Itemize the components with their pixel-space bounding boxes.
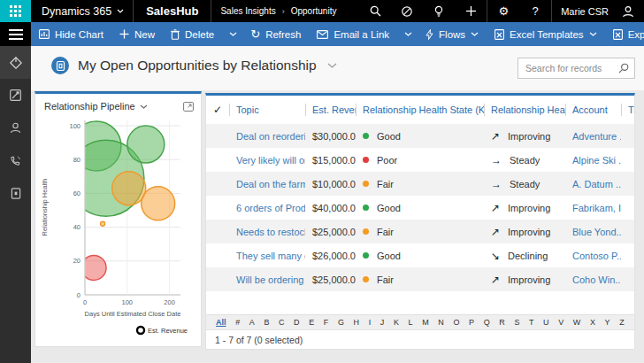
bubble-good[interactable] <box>127 126 165 163</box>
delete-button[interactable]: Delete <box>163 22 222 46</box>
user-avatar-icon[interactable] <box>612 0 644 22</box>
jump-letter-w[interactable]: W <box>572 318 582 327</box>
expand-chart-icon[interactable] <box>183 102 194 112</box>
view-selector-chevron-icon[interactable] <box>327 63 337 68</box>
jump-letter-all[interactable]: All <box>215 318 227 327</box>
jump-letter-p[interactable]: P <box>468 318 475 327</box>
jump-letter-x[interactable]: X <box>589 318 596 327</box>
table-row[interactable]: Needs to restock t...$25,000.00Fair↗Impr… <box>206 220 634 243</box>
jump-letter-e[interactable]: E <box>308 318 315 327</box>
refresh-button[interactable]: ↻ Refresh <box>242 22 309 46</box>
topic-link[interactable]: Deal on the farm h... <box>229 179 305 189</box>
flows-button[interactable]: Flows <box>418 22 487 46</box>
account-link[interactable]: Blue Yond... <box>565 227 621 237</box>
jump-letter-b[interactable]: B <box>263 318 270 327</box>
breadcrumb-area[interactable]: Sales Insights <box>220 6 275 16</box>
account-link[interactable]: Adventure ... <box>565 131 621 142</box>
jump-letter-c[interactable]: C <box>278 318 286 327</box>
export-to-excel-button[interactable]: Export to Excel <box>605 22 644 46</box>
bubble-fair[interactable] <box>142 187 175 220</box>
jump-letter-z[interactable]: Z <box>618 318 625 327</box>
new-button[interactable]: New <box>111 22 163 46</box>
bubble-fair[interactable] <box>101 221 105 226</box>
bubble-fair[interactable] <box>112 172 146 205</box>
jump-letter-i[interactable]: I <box>368 318 372 327</box>
help-icon[interactable]: ? <box>519 0 551 22</box>
jump-letter-r[interactable]: R <box>498 318 506 327</box>
email-flyout-chevron[interactable] <box>399 22 418 46</box>
excel-templates-button[interactable]: Excel Templates <box>487 22 605 46</box>
hide-chart-button[interactable]: Hide Chart <box>31 22 111 46</box>
jump-letter-u[interactable]: U <box>542 318 550 327</box>
email-a-link-button[interactable]: Email a Link <box>309 22 397 46</box>
relationship-pipeline-chart[interactable]: 0204060801000100200Relationship HealthDa… <box>35 115 201 344</box>
table-row[interactable]: Deal on the farm h...$10,000.00Fair→Stea… <box>206 172 634 196</box>
jump-letter-f[interactable]: F <box>323 318 330 327</box>
delete-flyout-chevron[interactable] <box>224 22 242 46</box>
jump-letter-t[interactable]: T <box>528 318 535 327</box>
account-link[interactable]: Coho Win... <box>565 274 621 285</box>
jump-letter-k[interactable]: K <box>393 318 400 327</box>
breadcrumb-entity[interactable]: Opportunity <box>291 6 337 16</box>
app-launcher-button[interactable] <box>0 0 31 22</box>
column-header-topic[interactable]: Topic <box>229 96 305 124</box>
jump-letter-d[interactable]: D <box>293 318 301 327</box>
x-axis-title: Days Until Estimated Close Date <box>85 310 181 318</box>
view-header: My Open Opportunities by Relationship <box>31 46 644 90</box>
search-magnifier-icon[interactable] <box>613 58 634 78</box>
jump-letter-h[interactable]: H <box>353 318 361 327</box>
account-link[interactable]: Contoso P... <box>565 251 621 261</box>
chart-selector[interactable]: Relationship Pipeline <box>44 101 148 112</box>
topic-link[interactable]: 6 orders of Produc... <box>229 203 305 213</box>
account-link[interactable]: A. Datum ... <box>565 179 621 189</box>
table-row[interactable]: Will be ordering a...$25,000.00Fair↗Impr… <box>206 267 634 291</box>
jump-letter-o[interactable]: O <box>452 318 460 327</box>
topic-link[interactable]: Needs to restock t... <box>229 227 305 237</box>
table-row[interactable]: 6 orders of Produc...$40,000.00Good↗Impr… <box>206 196 634 220</box>
account-link[interactable]: Alpine Ski ... <box>565 155 621 166</box>
jump-letter-#[interactable]: # <box>234 318 241 327</box>
table-row[interactable]: Very likely will ord...$15,000.00Poor→St… <box>206 148 634 172</box>
jump-letter-v[interactable]: V <box>557 318 564 327</box>
quick-create-icon[interactable] <box>455 0 487 22</box>
jump-letter-a[interactable]: A <box>249 318 256 327</box>
jump-letter-j[interactable]: J <box>380 318 386 327</box>
view-selector[interactable]: My Open Opportunities by Relationship <box>51 57 337 74</box>
excel-icon <box>494 29 504 40</box>
dynamics365-menu[interactable]: Dynamics 365 <box>31 5 133 18</box>
kpi-status-dot-icon <box>363 205 369 211</box>
column-header-est-revenue[interactable]: Est. Reven... <box>305 96 356 124</box>
account-link[interactable]: Fabrikam, I... <box>565 203 621 213</box>
jump-letter-s[interactable]: S <box>513 318 520 327</box>
search-input[interactable] <box>518 63 613 73</box>
jump-letter-g[interactable]: G <box>337 318 345 327</box>
column-header-trend[interactable]: Relationship Healt... <box>484 96 565 124</box>
topic-link[interactable]: They sell many of t... <box>229 251 305 261</box>
column-header-time[interactable]: Tim <box>621 96 634 124</box>
sidebar-item-dashboards[interactable] <box>0 79 31 112</box>
jump-letter-n[interactable]: N <box>437 318 445 327</box>
select-all-checkbox[interactable]: ✓ <box>206 96 229 124</box>
topic-link[interactable]: Will be ordering a... <box>229 274 305 285</box>
table-row[interactable]: Deal on reordering...$30,000.00Good↗Impr… <box>206 124 634 148</box>
search-icon[interactable] <box>359 0 391 22</box>
topic-link[interactable]: Deal on reordering... <box>229 131 305 142</box>
sidebar-item-calls[interactable] <box>0 144 31 177</box>
hamburger-menu-button[interactable] <box>0 22 31 46</box>
sidebar-item-sales-insights[interactable] <box>0 46 31 79</box>
column-header-account[interactable]: Account <box>565 96 621 124</box>
recent-items-icon[interactable] <box>391 0 423 22</box>
lightbulb-icon[interactable] <box>423 0 455 22</box>
jump-letter-q[interactable]: Q <box>483 318 491 327</box>
jump-letter-m[interactable]: M <box>421 318 430 327</box>
page-title: My Open Opportunities by Relationship <box>78 58 317 73</box>
topic-link[interactable]: Very likely will ord... <box>229 155 305 166</box>
jump-letter-l[interactable]: L <box>408 318 414 327</box>
sidebar-item-opportunities[interactable] <box>0 177 31 210</box>
table-row[interactable]: They sell many of t...$26,000.00Good↘Dec… <box>206 243 634 267</box>
settings-gear-icon[interactable]: ⚙ <box>487 0 519 22</box>
user-name[interactable]: Marie CSR <box>552 6 612 17</box>
sidebar-item-contacts[interactable] <box>0 112 31 144</box>
column-header-kpi[interactable]: Relationship Health State (KPI) <box>356 96 484 124</box>
jump-letter-y[interactable]: Y <box>604 318 611 327</box>
